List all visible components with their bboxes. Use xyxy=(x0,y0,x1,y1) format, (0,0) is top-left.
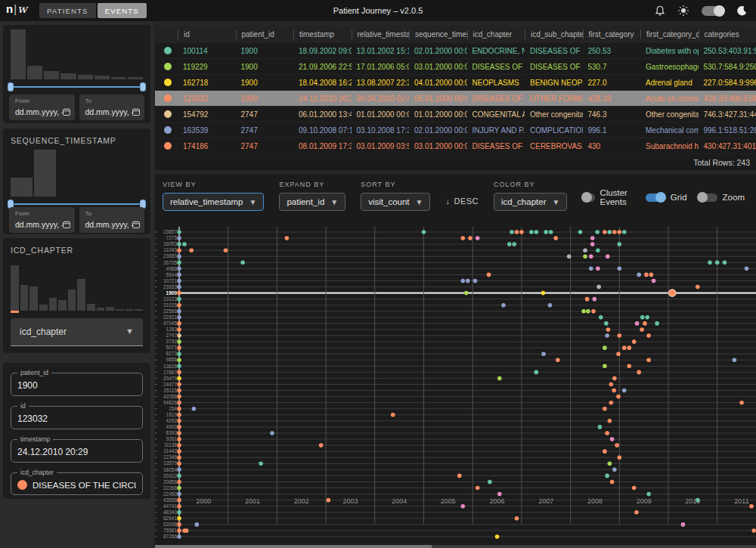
event-dot[interactable] xyxy=(603,230,607,234)
event-dot[interactable] xyxy=(515,516,519,521)
event-dot[interactable] xyxy=(497,376,502,381)
event-dot[interactable] xyxy=(553,236,558,240)
horizontal-scrollbar[interactable] xyxy=(155,545,756,548)
event-dot[interactable] xyxy=(578,230,583,234)
event-dot[interactable] xyxy=(751,528,756,533)
event-dot[interactable] xyxy=(616,395,621,399)
event-dot[interactable] xyxy=(460,279,465,283)
selected-event-dot[interactable] xyxy=(669,289,676,296)
event-dot[interactable] xyxy=(585,297,590,302)
notifications-bell-icon[interactable] xyxy=(655,5,665,17)
event-dot[interactable] xyxy=(739,401,744,405)
event-dot[interactable] xyxy=(177,267,181,271)
table-row[interactable]: 174186274708.01.2009 17:3303.01.2009 03:… xyxy=(155,138,756,154)
table-row[interactable]: 163539274709.10.2008 07:1503.10.2008 17:… xyxy=(155,122,756,138)
event-dot[interactable] xyxy=(605,333,609,338)
event-dot[interactable] xyxy=(177,358,181,362)
event-dot[interactable] xyxy=(177,345,181,350)
event-dot[interactable] xyxy=(637,370,641,375)
event-dot[interactable] xyxy=(460,504,465,509)
event-dot[interactable] xyxy=(177,449,181,454)
event-dot[interactable] xyxy=(708,261,712,265)
sort-direction-button[interactable]: ↓ DESC xyxy=(445,197,479,211)
event-dot[interactable] xyxy=(184,528,189,533)
event-dot[interactable] xyxy=(618,333,622,338)
event-dot[interactable] xyxy=(635,321,640,326)
event-dot[interactable] xyxy=(177,389,181,393)
event-dot[interactable] xyxy=(581,309,586,314)
event-dot[interactable] xyxy=(259,461,263,466)
event-dot[interactable] xyxy=(604,321,609,326)
slider-handle-right[interactable] xyxy=(140,82,146,91)
event-dot[interactable] xyxy=(464,291,469,296)
event-dot[interactable] xyxy=(637,273,641,277)
event-dot[interactable] xyxy=(177,285,181,289)
event-dot[interactable] xyxy=(177,468,181,472)
event-dot[interactable] xyxy=(177,230,181,234)
event-dot[interactable] xyxy=(534,230,539,234)
event-dot[interactable] xyxy=(567,254,572,259)
toggle-grid[interactable]: Grid xyxy=(646,193,687,202)
event-dot[interactable] xyxy=(556,358,560,362)
event-dot[interactable] xyxy=(616,351,621,356)
event-dot[interactable] xyxy=(541,291,546,296)
event-dot[interactable] xyxy=(634,510,639,515)
event-dot[interactable] xyxy=(622,389,627,393)
event-dot[interactable] xyxy=(696,285,700,289)
event-dot[interactable] xyxy=(177,480,181,485)
event-dot[interactable] xyxy=(327,498,331,503)
event-dot[interactable] xyxy=(177,370,181,375)
event-dot[interactable] xyxy=(177,351,181,356)
event-dot[interactable] xyxy=(177,236,181,240)
date-to-input[interactable]: Todd.mm.yyyy, - xyxy=(79,207,145,233)
event-dot[interactable] xyxy=(589,254,593,259)
calendar-icon[interactable] xyxy=(132,108,140,116)
event-dot[interactable] xyxy=(473,279,478,283)
event-dot[interactable] xyxy=(609,382,614,387)
event-dot[interactable] xyxy=(618,230,622,234)
event-dot[interactable] xyxy=(605,431,609,435)
event-dot[interactable] xyxy=(612,468,617,472)
event-dot[interactable] xyxy=(590,242,595,246)
calendar-icon[interactable] xyxy=(63,221,70,228)
event-dot[interactable] xyxy=(598,425,603,429)
column-header-icd_chapter[interactable]: icd_chapter xyxy=(467,29,525,39)
event-dot[interactable] xyxy=(534,370,539,375)
toggle-switch[interactable] xyxy=(582,194,594,202)
event-dot[interactable] xyxy=(319,443,324,447)
event-dot[interactable] xyxy=(177,528,181,533)
event-dot[interactable] xyxy=(507,242,512,246)
color-by-dropdown[interactable]: icd_chapter▼ xyxy=(494,193,567,211)
event-dot[interactable] xyxy=(593,297,597,302)
date-to-input[interactable]: Todd.mm.yyyy, - xyxy=(79,94,145,120)
event-dot[interactable] xyxy=(501,303,506,308)
event-dot[interactable] xyxy=(177,407,181,411)
event-dot[interactable] xyxy=(177,443,181,447)
event-dot[interactable] xyxy=(177,309,181,314)
event-dot[interactable] xyxy=(177,339,181,344)
event-dot[interactable] xyxy=(192,407,197,411)
event-dot[interactable] xyxy=(583,254,587,259)
event-dot[interactable] xyxy=(622,230,627,234)
event-dot[interactable] xyxy=(612,389,616,393)
column-header-categories[interactable]: categories xyxy=(699,29,756,39)
event-dot[interactable] xyxy=(609,401,614,405)
event-dot[interactable] xyxy=(627,345,631,350)
event-dot[interactable] xyxy=(189,248,194,252)
event-dot[interactable] xyxy=(640,327,644,332)
event-dot[interactable] xyxy=(177,419,181,423)
event-dot[interactable] xyxy=(599,315,603,320)
event-dot[interactable] xyxy=(586,309,590,314)
event-dot[interactable] xyxy=(632,486,637,491)
toggle-cluster-events[interactable]: Cluster Events xyxy=(582,188,634,206)
event-dot[interactable] xyxy=(644,273,649,277)
event-dot[interactable] xyxy=(723,261,727,265)
event-dot[interactable] xyxy=(618,267,622,271)
event-dot[interactable] xyxy=(177,522,181,527)
sort-by-dropdown[interactable]: visit_count▼ xyxy=(361,193,430,211)
column-header-id[interactable]: id xyxy=(178,29,236,39)
detail-field-timestamp[interactable]: timestamp24.12.2010 20:29 xyxy=(11,439,143,463)
column-header-first_category[interactable]: first_category xyxy=(583,29,641,39)
event-dot[interactable] xyxy=(596,248,600,252)
event-dot[interactable] xyxy=(681,522,686,527)
